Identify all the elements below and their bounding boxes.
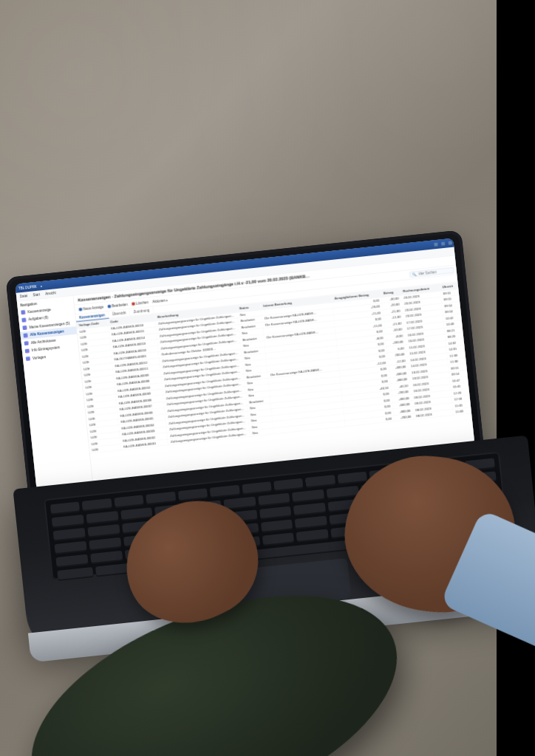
sidebar-item-label: Kassenanzeige	[27, 308, 51, 314]
app-title: TBL DUPRK	[18, 284, 37, 289]
sidebar-icon	[21, 317, 26, 322]
sidebar-icon	[26, 357, 30, 361]
maximize-button[interactable]	[441, 241, 445, 245]
sidebar-icon	[21, 310, 25, 315]
new-button[interactable]: Neue Anzeige	[79, 305, 104, 311]
sidebar-item-label: Aufgaben (8)	[28, 316, 48, 322]
sidebar-icon	[25, 348, 30, 353]
search-icon: 🔍	[412, 272, 417, 276]
delete-button[interactable]: Löschen	[132, 300, 149, 306]
ribbon-tab[interactable]: Datei	[20, 294, 28, 298]
actions-menu[interactable]: Aktionen ▾	[152, 298, 168, 303]
sidebar-item-label: Vorlagen	[33, 355, 47, 360]
search-input[interactable]	[418, 269, 451, 275]
photo-scene: TBL DUPRK ▾ Datei Start Ansicht	[0, 0, 535, 756]
ribbon-tab[interactable]: Ansicht	[45, 291, 56, 295]
sidebar-icon	[23, 333, 27, 337]
ribbon-tab[interactable]: Start	[33, 293, 40, 298]
edit-button[interactable]: Bearbeiten	[107, 303, 128, 309]
sidebar-icon	[24, 341, 29, 346]
minimize-button[interactable]	[434, 242, 437, 246]
close-button[interactable]	[449, 241, 452, 244]
sidebar-icon	[22, 326, 27, 330]
sidebar-item-label: Alle Archivkasse	[30, 338, 55, 344]
laptop: TBL DUPRK ▾ Datei Start Ansicht	[5, 227, 535, 733]
